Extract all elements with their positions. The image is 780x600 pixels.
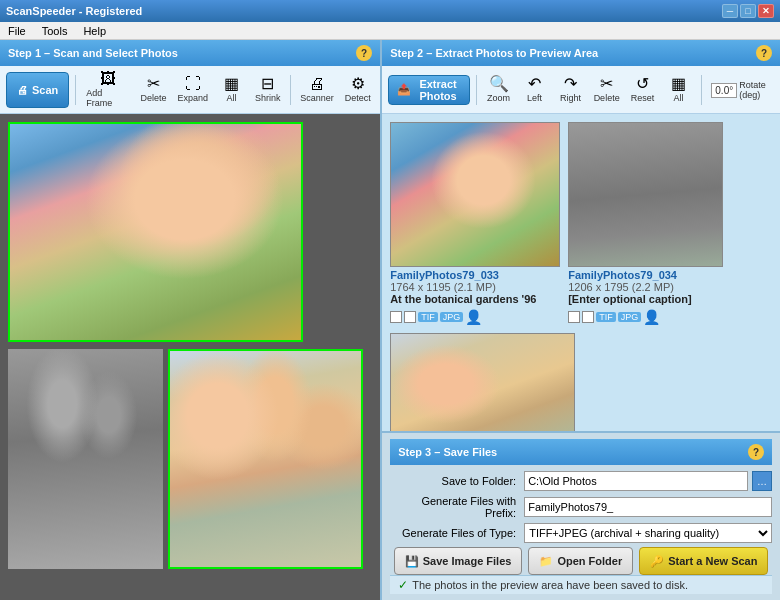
save-type-row: Generate Files of Type: TIFF+JPEG (archi… (390, 523, 772, 543)
all-label-2: All (674, 93, 684, 103)
shrink-label: Shrink (255, 93, 281, 103)
rotate-right-button[interactable]: ↷ Right (555, 74, 587, 105)
rotate-deg-label: Rotate (deg) (739, 80, 770, 100)
main-container: Step 1 – Scan and Select Photos ? 🖨 Scan… (0, 40, 780, 600)
open-folder-icon: 📁 (539, 555, 553, 568)
rotate-right-label: Right (560, 93, 581, 103)
new-scan-label: Start a New Scan (668, 555, 757, 567)
all-button-2[interactable]: ▦ All (663, 74, 695, 105)
add-frame-label: Add Frame (86, 88, 129, 108)
step2-delete-button[interactable]: ✂ Delete (591, 74, 623, 105)
expand-button[interactable]: ⛶ Expand (174, 74, 211, 105)
scan-photo-3[interactable] (168, 349, 363, 569)
all-icon-1: ▦ (224, 76, 239, 92)
sep-3 (476, 75, 477, 105)
step1-help[interactable]: ? (356, 45, 372, 61)
scan-photo-2[interactable] (8, 349, 163, 569)
photo-thumb-1[interactable] (390, 122, 560, 267)
new-scan-button[interactable]: 🔑 Start a New Scan (639, 547, 768, 575)
scan-button[interactable]: 🖨 Scan (6, 72, 69, 108)
window-controls: ─ □ ✕ (722, 4, 774, 18)
reset-button[interactable]: ↺ Reset (627, 74, 659, 105)
photo-tif-2[interactable]: TIF (596, 312, 616, 322)
expand-label: Expand (178, 93, 209, 103)
photo-check-1[interactable] (390, 311, 402, 323)
extract-button[interactable]: 📤 Extract Photos (388, 75, 470, 105)
save-type-select[interactable]: TIFF+JPEG (archival + sharing quality) (524, 523, 772, 543)
title-bar: ScanSpeeder - Registered ─ □ ✕ (0, 0, 780, 22)
save-folder-row: Save to Folder: … (390, 471, 772, 491)
rotate-deg-control[interactable]: 0.0° Rotate (deg) (707, 77, 774, 102)
photo-share-1[interactable]: 👤 (465, 309, 482, 325)
photo-jpg-1[interactable]: JPG (440, 312, 464, 322)
open-folder-button[interactable]: 📁 Open Folder (528, 547, 633, 575)
close-button[interactable]: ✕ (758, 4, 774, 18)
scan-photo-1[interactable] (8, 122, 303, 342)
scanner-icon: 🖨 (309, 76, 325, 92)
rotate-left-button[interactable]: ↶ Left (519, 74, 551, 105)
photo-card-2: FamilyPhotos79_034 1206 x 1795 (2.2 MP) … (568, 122, 723, 325)
delete-label: Delete (141, 93, 167, 103)
photo-actions-2: TIF JPG 👤 (568, 309, 723, 325)
extract-icon: 📤 (397, 83, 411, 96)
all-button-1[interactable]: ▦ All (215, 74, 247, 105)
photo-check-1b[interactable] (404, 311, 416, 323)
save-images-button[interactable]: 💾 Save Image Files (394, 547, 523, 575)
detect-button[interactable]: ⚙ Detect (341, 74, 374, 105)
scan-label: Scan (32, 84, 58, 96)
all-icon-2: ▦ (671, 76, 686, 92)
step3-title: Step 3 – Save Files (398, 446, 497, 458)
photo-actions-1: TIF JPG 👤 (390, 309, 560, 325)
save-prefix-input[interactable] (524, 497, 772, 517)
add-frame-icon: 🖼 (100, 71, 116, 87)
save-browse-button[interactable]: … (752, 471, 772, 491)
photo-check-2[interactable] (568, 311, 580, 323)
step3-header: Step 3 – Save Files ? (390, 439, 772, 465)
step2-help[interactable]: ? (756, 45, 772, 61)
add-frame-button[interactable]: 🖼 Add Frame (82, 69, 133, 110)
delete-button[interactable]: ✂ Delete (137, 74, 170, 105)
photo-caption-1[interactable]: At the botanical gardens '96 (390, 293, 560, 305)
menu-help[interactable]: Help (79, 24, 110, 38)
menu-file[interactable]: File (4, 24, 30, 38)
minimize-button[interactable]: ─ (722, 4, 738, 18)
photo-thumb-2[interactable] (568, 122, 723, 267)
photo-filename-2: FamilyPhotos79_034 (568, 269, 723, 281)
photo-jpg-2[interactable]: JPG (618, 312, 642, 322)
app-title: ScanSpeeder - Registered (6, 5, 142, 17)
photo-caption-2[interactable]: [Enter optional caption] (568, 293, 723, 305)
sep-4 (701, 75, 702, 105)
save-folder-label: Save to Folder: (390, 475, 520, 487)
step3-help[interactable]: ? (748, 444, 764, 460)
zoom-icon: 🔍 (489, 76, 509, 92)
reset-icon: ↺ (636, 76, 649, 92)
photo-check-2b[interactable] (582, 311, 594, 323)
save-images-label: Save Image Files (423, 555, 512, 567)
photo-thumb-3[interactable] (390, 333, 575, 431)
zoom-button[interactable]: 🔍 Zoom (483, 74, 515, 105)
scanner-button[interactable]: 🖨 Scanner (297, 74, 337, 105)
right-panel: Step 2 – Extract Photos to Preview Area … (382, 40, 780, 600)
photo-share-2[interactable]: 👤 (643, 309, 660, 325)
shrink-icon: ⊟ (261, 76, 274, 92)
save-type-label: Generate Files of Type: (390, 527, 520, 539)
step3-section: Step 3 – Save Files ? Save to Folder: … … (382, 431, 780, 600)
shrink-button[interactable]: ⊟ Shrink (251, 74, 284, 105)
step2-delete-label: Delete (594, 93, 620, 103)
photo-meta-2: FamilyPhotos79_034 1206 x 1795 (2.2 MP) … (568, 269, 723, 305)
preview-area: FamilyPhotos79_033 1764 x 1195 (2.1 MP) … (382, 114, 780, 431)
scanner-label: Scanner (300, 93, 334, 103)
rotate-deg-value: 0.0° (711, 83, 737, 98)
photo-tif-1[interactable]: TIF (418, 312, 438, 322)
menu-tools[interactable]: Tools (38, 24, 72, 38)
step2-title: Step 2 – Extract Photos to Preview Area (390, 47, 598, 59)
save-folder-input[interactable] (524, 471, 748, 491)
reset-label: Reset (631, 93, 655, 103)
rotate-left-icon: ↶ (528, 76, 541, 92)
open-folder-label: Open Folder (557, 555, 622, 567)
detect-label: Detect (345, 93, 371, 103)
extract-label: Extract Photos (415, 78, 461, 102)
save-prefix-row: Generate Files with Prefix: (390, 495, 772, 519)
maximize-button[interactable]: □ (740, 4, 756, 18)
detect-icon: ⚙ (351, 76, 365, 92)
